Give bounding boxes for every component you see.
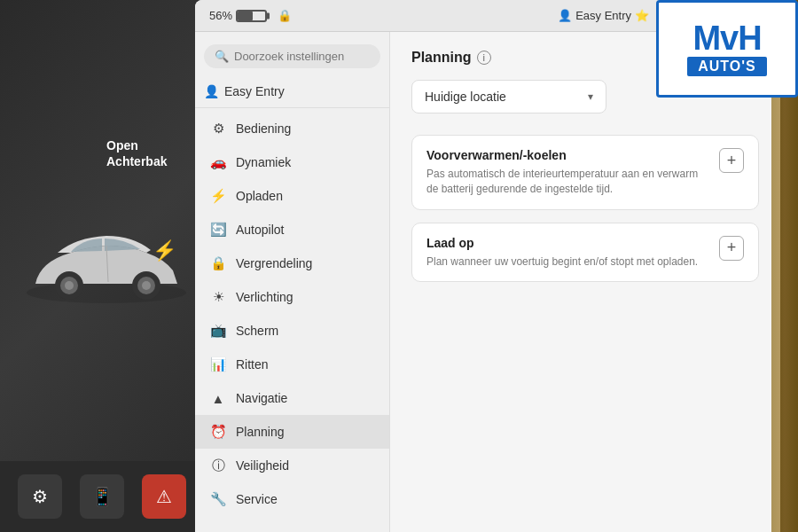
verlichting-icon: ☀ xyxy=(209,288,227,306)
section-title-text: Planning xyxy=(411,50,472,66)
sidebar-item-navigatie[interactable]: ▲ Navigatie xyxy=(195,381,389,415)
sidebar-profile-icon: 👤 xyxy=(204,84,219,98)
sidebar-label-scherm: Scherm xyxy=(236,324,278,338)
sidebar-profile-label: Easy Entry xyxy=(224,84,285,98)
sidebar-item-vergrendeling[interactable]: 🔒 Vergrendeling xyxy=(195,246,389,280)
battery-fill xyxy=(238,12,253,20)
service-icon: 🔧 xyxy=(209,490,227,508)
status-profile-label: Easy Entry xyxy=(575,9,631,22)
sidebar-item-verlichting[interactable]: ☀ Verlichting xyxy=(195,280,389,314)
sidebar-item-opladen[interactable]: ⚡ Opladen xyxy=(195,179,389,213)
voorverwarmen-card: Voorverwarmen/-koelen Pas automatisch de… xyxy=(411,135,759,210)
car-illustration xyxy=(9,213,204,319)
voorverwarmen-description: Pas automatisch de interieurtemperatuur … xyxy=(426,167,708,197)
voorverwarmen-title: Voorverwarmen/-koelen xyxy=(426,148,708,162)
laad-op-add-button[interactable]: + xyxy=(719,236,744,261)
mvh-logo-top: MvH xyxy=(692,21,761,55)
card-content-laad-op: Laad op Plan wanneer uw voertuig begint … xyxy=(426,236,708,270)
sidebar-label-planning: Planning xyxy=(236,425,285,439)
bottom-icon-1[interactable]: ⚙ xyxy=(18,474,62,519)
dropdown-chevron-icon: ▾ xyxy=(588,90,593,103)
bottom-icon-alert[interactable]: ⚠ xyxy=(142,474,186,519)
sidebar-item-service[interactable]: 🔧 Service xyxy=(195,482,389,516)
planning-icon: ⏰ xyxy=(209,423,227,441)
card-content-voorverwarmen: Voorverwarmen/-koelen Pas automatisch de… xyxy=(426,148,708,197)
laad-op-description: Plan wanneer uw voertuig begint en/of st… xyxy=(426,254,708,270)
settings-sidebar: 🔍 👤 Easy Entry ⚙ Bediening 🚗 Dynamiek ⚡ … xyxy=(195,32,390,532)
sidebar-item-dynamiek[interactable]: 🚗 Dynamiek xyxy=(195,145,389,179)
sidebar-item-scherm[interactable]: 📺 Scherm xyxy=(195,314,389,348)
profile-person-icon: 👤 xyxy=(558,9,572,22)
navigatie-icon: ▲ xyxy=(209,389,227,407)
sidebar-item-autopilot[interactable]: 🔄 Autopilot xyxy=(195,213,389,246)
sidebar-label-service: Service xyxy=(236,492,278,506)
info-icon[interactable]: i xyxy=(477,51,491,65)
sidebar-label-verlichting: Verlichting xyxy=(236,290,293,304)
sidebar-label-navigatie: Navigatie xyxy=(236,391,287,405)
car-background: Open Achterbak xyxy=(0,0,204,532)
sidebar-item-ritten[interactable]: 📊 Ritten xyxy=(195,348,389,381)
laad-op-card: Laad op Plan wanneer uw voertuig begint … xyxy=(411,223,759,283)
dynamiek-icon: 🚗 xyxy=(209,153,227,171)
bottom-controls: ⚙ 📱 ⚠ xyxy=(0,461,204,532)
vergrendeling-icon: 🔒 xyxy=(209,254,227,272)
battery-indicator: 56% xyxy=(209,9,267,22)
battery-percent: 56% xyxy=(209,9,232,22)
battery-bar xyxy=(236,10,267,22)
svg-point-0 xyxy=(27,282,186,303)
autopilot-icon: 🔄 xyxy=(209,221,227,239)
sidebar-label-autopilot: Autopilot xyxy=(236,223,284,237)
opladen-icon: ⚡ xyxy=(209,187,227,205)
sidebar-label-opladen: Opladen xyxy=(236,189,283,203)
charging-lightning-icon: ⚡ xyxy=(153,239,176,262)
veiligheid-icon: ⓘ xyxy=(209,457,227,474)
search-input[interactable] xyxy=(234,50,370,63)
status-star-icon: ⭐ xyxy=(635,9,649,22)
open-achterbak-button[interactable]: Open Achterbak xyxy=(106,137,167,169)
screen-body: 🔍 👤 Easy Entry ⚙ Bediening 🚗 Dynamiek ⚡ … xyxy=(195,32,780,532)
sidebar-profile-row[interactable]: 👤 Easy Entry xyxy=(195,77,389,108)
sidebar-item-bediening[interactable]: ⚙ Bediening xyxy=(195,112,389,145)
sidebar-label-bediening: Bediening xyxy=(236,121,291,136)
sidebar-label-vergrendeling: Vergrendeling xyxy=(236,256,312,270)
ritten-icon: 📊 xyxy=(209,356,227,373)
svg-point-6 xyxy=(142,281,151,290)
bediening-icon: ⚙ xyxy=(209,120,227,137)
voorverwarmen-add-button[interactable]: + xyxy=(719,148,744,173)
sidebar-item-planning[interactable]: ⏰ Planning xyxy=(195,415,389,449)
sidebar-label-veiligheid: Veiligheid xyxy=(236,458,289,473)
laad-op-title: Laad op xyxy=(426,236,708,250)
search-icon: 🔍 xyxy=(215,50,229,63)
lock-status-icon: 🔒 xyxy=(278,9,292,22)
location-label: Huidige locatie xyxy=(425,90,506,104)
svg-point-3 xyxy=(65,281,74,290)
mvh-logo-bottom: AUTO'S xyxy=(687,57,767,76)
sidebar-item-veiligheid[interactable]: ⓘ Veiligheid xyxy=(195,449,389,482)
sidebar-label-ritten: Ritten xyxy=(236,357,269,372)
sidebar-label-dynamiek: Dynamiek xyxy=(236,155,291,169)
bottom-icon-2[interactable]: 📱 xyxy=(80,474,124,519)
status-profile[interactable]: 👤 Easy Entry ⭐ xyxy=(558,9,649,22)
main-content: Planning i Huidige locatie ▾ Voorverwarm… xyxy=(390,32,780,532)
mvh-logo-overlay: MvH AUTO'S xyxy=(656,0,798,98)
search-bar[interactable]: 🔍 xyxy=(204,44,380,68)
scherm-icon: 📺 xyxy=(209,322,227,340)
location-dropdown[interactable]: Huidige locatie ▾ xyxy=(411,80,606,113)
